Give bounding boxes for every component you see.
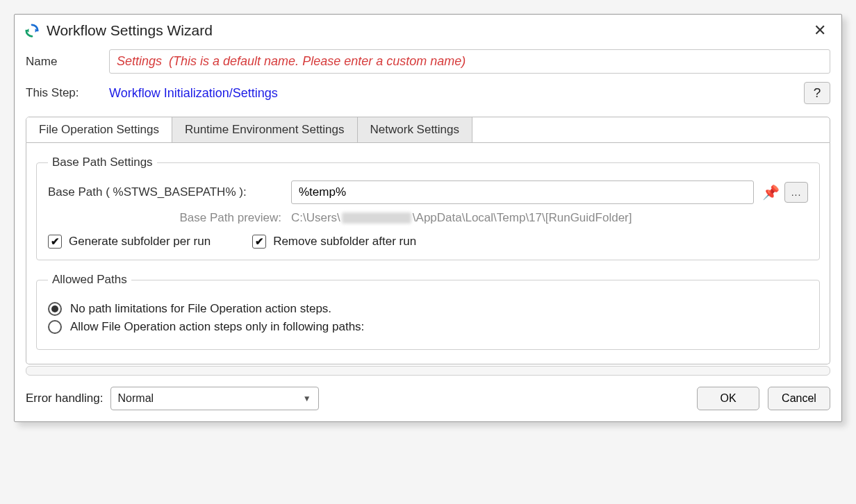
radio-label: No path limitations for File Operation a… — [70, 302, 331, 316]
base-path-label: Base Path ( %STWS_BASEPATH% ): — [48, 185, 291, 199]
radio-icon — [48, 320, 62, 334]
name-row: Name — [15, 47, 841, 76]
chevron-down-icon: ▼ — [303, 394, 311, 403]
window-title: Workflow Settings Wizard — [47, 22, 213, 39]
wizard-dialog: Workflow Settings Wizard ✕ Name This Ste… — [14, 14, 842, 422]
pin-button[interactable]: 📌 — [761, 183, 780, 202]
close-icon: ✕ — [814, 22, 826, 39]
checkbox-label: Generate subfolder per run — [69, 235, 211, 249]
radio-label: Allow File Operation action steps only i… — [70, 320, 364, 334]
group-base-path-legend: Base Path Settings — [48, 156, 157, 169]
browse-button[interactable]: ... — [784, 182, 808, 203]
help-button[interactable]: ? — [804, 82, 830, 104]
pin-icon: 📌 — [762, 184, 780, 201]
name-input[interactable] — [109, 49, 830, 74]
step-row: This Step: Workflow Initialization/Setti… — [15, 79, 841, 107]
radio-no-limit[interactable]: No path limitations for File Operation a… — [48, 302, 808, 316]
tab-runtime-environment-settings[interactable]: Runtime Environment Settings — [172, 117, 358, 142]
close-button[interactable]: ✕ — [808, 22, 832, 40]
preview-suffix: \AppData\Local\Temp\17\[RunGuidFolder] — [413, 211, 632, 225]
base-path-preview-value: C:\Users\ \AppData\Local\Temp\17\[RunGui… — [291, 211, 632, 225]
ok-button[interactable]: OK — [697, 387, 759, 410]
preview-prefix: C:\Users\ — [291, 211, 340, 225]
group-base-path: Base Path Settings Base Path ( %STWS_BAS… — [36, 156, 820, 260]
error-handling-select[interactable]: Normal ▼ — [110, 387, 319, 410]
wizard-icon — [24, 23, 40, 38]
checkbox-icon — [48, 235, 62, 249]
tab-file-operation-settings[interactable]: File Operation Settings — [26, 117, 172, 142]
select-value: Normal — [118, 392, 154, 405]
base-path-input[interactable] — [291, 180, 754, 204]
tab-network-settings[interactable]: Network Settings — [358, 117, 473, 142]
step-link[interactable]: Workflow Initialization/Settings — [109, 86, 278, 101]
tabstrip: File Operation Settings Runtime Environm… — [26, 117, 830, 143]
dialog-footer: Error handling: Normal ▼ OK Cancel — [15, 380, 841, 421]
name-label: Name — [26, 55, 109, 69]
radio-restrict-paths[interactable]: Allow File Operation action steps only i… — [48, 320, 808, 334]
cancel-button[interactable]: Cancel — [768, 387, 830, 410]
tab-panel-file-ops: Base Path Settings Base Path ( %STWS_BAS… — [26, 143, 830, 364]
help-icon: ? — [814, 85, 821, 101]
checkbox-remove-subfolder[interactable]: Remove subfolder after run — [252, 235, 416, 249]
error-handling-label: Error handling: — [26, 392, 104, 405]
checkbox-generate-subfolder[interactable]: Generate subfolder per run — [48, 235, 211, 249]
titlebar: Workflow Settings Wizard ✕ — [15, 15, 841, 44]
checkbox-icon — [252, 235, 266, 249]
base-path-preview-label: Base Path preview: — [48, 211, 291, 225]
resize-grip-bar — [26, 366, 830, 376]
redacted-username — [342, 212, 411, 224]
group-allowed-paths: Allowed Paths No path limitations for Fi… — [36, 273, 820, 350]
checkbox-label: Remove subfolder after run — [273, 235, 416, 249]
step-label: This Step: — [26, 86, 109, 100]
radio-icon — [48, 302, 62, 316]
group-allowed-paths-legend: Allowed Paths — [48, 273, 131, 287]
